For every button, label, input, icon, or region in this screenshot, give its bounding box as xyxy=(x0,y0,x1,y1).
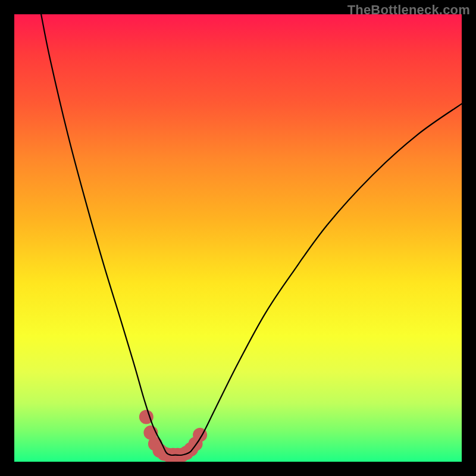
curve-line xyxy=(41,14,462,455)
chart-plot-area xyxy=(14,14,462,462)
watermark-text: TheBottleneck.com xyxy=(347,2,470,18)
chart-svg xyxy=(14,14,462,462)
